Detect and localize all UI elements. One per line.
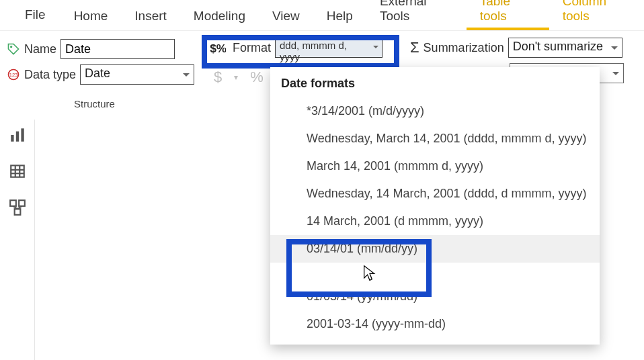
tab-view[interactable]: View xyxy=(259,3,313,30)
mouse-cursor-icon xyxy=(363,265,376,282)
name-label: Name xyxy=(24,42,56,56)
percent-button[interactable]: % xyxy=(250,69,264,86)
format-option-4[interactable]: 14 March, 2001 (d mmmm, yyyy) xyxy=(270,208,600,235)
tab-table-tools[interactable]: Table tools xyxy=(467,0,549,30)
tab-insert[interactable]: Insert xyxy=(121,3,180,30)
format-toolbar: $ ▾ % xyxy=(214,69,264,86)
format-option-6[interactable]: 03/14/01 (mm/dd/yy) xyxy=(270,235,600,263)
format-select[interactable]: ddd, mmmm d, yyyy xyxy=(275,38,383,58)
summarization-select[interactable]: Don't summarize xyxy=(508,38,622,58)
datatype-icon: 123 xyxy=(7,68,20,81)
structure-group: Name 123 Data type Date xyxy=(7,36,202,87)
format-option-0[interactable]: *3/14/2001 (m/d/yyyy) xyxy=(270,97,600,125)
summarization-group: Σ Summarization Don't summarize xyxy=(410,38,622,58)
data-view-icon[interactable] xyxy=(9,163,26,180)
svg-rect-14 xyxy=(14,209,20,215)
format-option-1[interactable]: Wednesday, March 14, 2001 (dddd, mmmm d,… xyxy=(270,125,600,152)
name-input[interactable] xyxy=(61,39,175,59)
report-view-icon[interactable] xyxy=(9,126,26,144)
model-view-icon[interactable] xyxy=(9,199,26,216)
format-option-8[interactable]: 01/03/14 (yy/mm/dd) xyxy=(270,283,600,310)
svg-text:123: 123 xyxy=(9,72,18,78)
format-icon: $% xyxy=(208,39,226,56)
view-switcher xyxy=(0,120,35,360)
format-option-3[interactable]: Wednesday, 14 March, 2001 (dddd, d mmmm,… xyxy=(270,180,600,208)
svg-text:$%: $% xyxy=(210,42,226,55)
tab-column-tools[interactable]: Column tools xyxy=(549,0,644,30)
structure-group-label: Structure xyxy=(74,98,115,109)
tab-help[interactable]: Help xyxy=(313,3,366,30)
tag-icon xyxy=(7,42,20,56)
svg-rect-5 xyxy=(15,132,18,142)
svg-rect-13 xyxy=(19,200,25,206)
format-group: $% Format ddd, mmmm d, yyyy $ ▾ % xyxy=(202,35,403,60)
tab-home[interactable]: Home xyxy=(61,3,122,30)
tab-external-tools[interactable]: External Tools xyxy=(366,0,467,30)
format-option-9[interactable]: 2001-03-14 (yyyy-mm-dd) xyxy=(270,310,600,338)
menu-bar: File Home Insert Modeling View Help Exte… xyxy=(0,0,644,31)
summarization-label: Summarization xyxy=(424,41,504,55)
svg-point-0 xyxy=(10,46,12,48)
format-option-2[interactable]: March 14, 2001 (mmmm d, yyyy) xyxy=(270,152,600,180)
datatype-label: Data type xyxy=(24,68,76,82)
tab-modeling[interactable]: Modeling xyxy=(180,3,259,30)
format-label: Format xyxy=(233,41,271,55)
svg-rect-4 xyxy=(11,135,13,142)
format-dropdown: Date formats *3/14/2001 (m/d/yyyy) Wedne… xyxy=(270,67,600,345)
file-menu[interactable]: File xyxy=(10,3,61,30)
datatype-select[interactable]: Date xyxy=(80,64,194,85)
svg-rect-7 xyxy=(11,165,24,177)
svg-rect-6 xyxy=(21,128,24,142)
sigma-icon: Σ xyxy=(410,39,419,56)
currency-button[interactable]: $ xyxy=(214,69,222,86)
svg-rect-12 xyxy=(10,200,16,206)
dropdown-header: Date formats xyxy=(270,67,600,97)
currency-chevron-icon[interactable]: ▾ xyxy=(234,73,238,82)
